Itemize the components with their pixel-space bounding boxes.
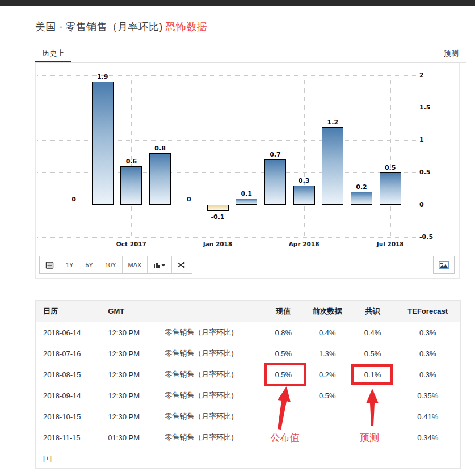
cell-date: 2018-10-15: [36, 406, 101, 427]
x-gridline: [390, 75, 391, 237]
cell-actual: 0.8%: [262, 322, 305, 343]
x-gridline: [304, 75, 305, 237]
cell-teforecast: 0.3%: [396, 322, 461, 343]
cell-actual: 0.5%: [262, 343, 305, 364]
cell-event: 零售销售（月率环比): [157, 427, 262, 448]
x-gridline: [131, 75, 132, 237]
shuffle-icon: [178, 261, 186, 269]
bar-value-label: 0: [175, 196, 203, 203]
bar: [92, 82, 114, 205]
header-col-event: [157, 301, 262, 322]
chart-panel: 21.510.50-0.5Oct 2017Jan 2018Apr 2018Jul…: [35, 63, 460, 279]
range-button-10y[interactable]: 10Y: [99, 256, 123, 273]
cell-gmt: 01:30 PM: [100, 427, 157, 448]
bar: [236, 199, 257, 205]
bar-value-label: 0.2: [347, 183, 376, 191]
range-button-5y[interactable]: 5Y: [79, 256, 99, 273]
bar-value-label: 0.1: [232, 190, 260, 197]
x-axis-tick-label: Jul 2018: [365, 241, 416, 247]
calendar-icon[interactable]: [40, 256, 60, 273]
bar-value-label: 0.6: [117, 158, 145, 165]
x-axis-tick-label: Oct 2017: [106, 241, 157, 247]
expand-link[interactable]: [+]: [43, 454, 52, 462]
bar-value-label: 0.3: [290, 177, 318, 184]
cell-event: 零售销售（月率环比): [157, 343, 262, 364]
cell-teforecast: 0.35%: [396, 385, 461, 406]
cell-consensus: [350, 406, 396, 427]
calendar-icon: [45, 261, 54, 269]
bar: [351, 192, 372, 205]
cell-event: 零售销售（月率环比): [157, 385, 262, 406]
header-col-teforecast: TEForecast: [396, 301, 461, 322]
y-axis-tick-label: 1.5: [419, 104, 431, 111]
cell-gmt: 12:30 PM: [100, 385, 157, 406]
cell-teforecast: 0.3%: [396, 343, 461, 364]
x-axis-tick-label: Apr 2018: [279, 241, 330, 247]
header-col-actual: 现值: [262, 301, 305, 322]
header-col-consensus: 共识: [350, 301, 396, 322]
cell-gmt: 12:30 PM: [100, 322, 157, 343]
bar-value-label: 0.7: [261, 151, 289, 158]
range-button-max[interactable]: MAX: [123, 256, 148, 273]
x-axis-tick-label: Jan 2018: [192, 241, 243, 247]
cell-consensus: [350, 385, 396, 406]
cell-gmt: 12:30 PM: [100, 406, 157, 427]
cell-previous: 0.2%: [305, 364, 350, 385]
page-title: 美国 - 零售销售（月率环比) 恐怖数据: [35, 20, 466, 33]
annotation-announced-label: 公布值: [254, 431, 316, 444]
bar: [120, 166, 142, 205]
main-content: 美国 - 零售销售（月率环比) 恐怖数据 历史上 预测 21.510.50-0.…: [35, 20, 466, 469]
y-axis-tick-label: -0.5: [419, 233, 433, 241]
tab-bar: 历史上 预测: [35, 45, 466, 63]
page-title-main: 美国 - 零售销售（月率环比): [35, 21, 163, 32]
bar-chart-dropdown-icon: [153, 261, 166, 269]
cell-previous: 1.3%: [305, 343, 350, 364]
bar: [322, 127, 343, 205]
image-export-icon: [439, 261, 449, 269]
export-image-button[interactable]: [433, 256, 455, 274]
bar: [149, 153, 171, 205]
table-header: 日历GMT现值前次数据共识TEForecast: [36, 301, 461, 322]
table-row: 2018-07-1612:30 PM零售销售（月率环比)0.5%1.3%0.5%…: [36, 343, 461, 364]
x-gridline: [218, 75, 218, 237]
cell-date: 2018-09-14: [36, 385, 101, 406]
cell-previous: [305, 406, 350, 427]
cell-teforecast: 0.34%: [396, 427, 461, 448]
annotation-forecast-label: 预测: [338, 431, 401, 444]
bar: [380, 172, 401, 205]
bar-value-label: 1.9: [89, 73, 117, 81]
cell-date: 2018-08-15: [36, 364, 101, 385]
cell-date: 2018-07-16: [36, 343, 101, 364]
cell-gmt: 12:30 PM: [100, 343, 157, 364]
bar: [264, 159, 286, 205]
y-axis-tick-label: 0.5: [419, 169, 431, 176]
tab-history[interactable]: 历史上: [35, 45, 71, 62]
cell-date: 2018-06-14: [36, 322, 101, 343]
cell-previous: 0.4%: [305, 322, 350, 343]
cell-teforecast: 0.41%: [396, 406, 461, 427]
header-col-previous: 前次数据: [305, 301, 350, 322]
tab-forecast[interactable]: 预测: [437, 45, 466, 62]
y-gridline: [37, 237, 416, 238]
bar: [207, 205, 229, 211]
chart-type-button[interactable]: [148, 256, 172, 273]
cell-teforecast: 0.3%: [396, 364, 461, 385]
bar-value-label: 0: [60, 196, 88, 203]
table-row: 2018-08-1512:30 PM零售销售（月率环比)0.5%0.2%0.1%…: [36, 364, 461, 385]
highlight-box-actual: [264, 363, 306, 386]
cell-event: 零售销售（月率环比): [157, 406, 262, 427]
y-axis-tick-label: 0: [419, 201, 424, 208]
compare-button[interactable]: [172, 256, 192, 273]
calendar-table-section: 日历GMT现值前次数据共识TEForecast 2018-06-1412:30 …: [35, 300, 461, 469]
y-axis-tick-label: 1: [419, 136, 424, 144]
table-row: 2018-09-1412:30 PM零售销售（月率环比)0.5%0.35%: [36, 385, 461, 406]
cell-consensus: 0.4%: [350, 322, 396, 343]
page-title-highlight: 恐怖数据: [166, 21, 207, 32]
table-footer-row: [+]: [36, 448, 461, 469]
cell-consensus: 0.5%: [350, 343, 396, 364]
header-col-gmt: GMT: [100, 301, 157, 322]
table-row: 2018-10-1512:30 PM零售销售（月率环比)0.41%: [36, 406, 461, 427]
range-button-1y[interactable]: 1Y: [60, 256, 79, 273]
bar-value-label: 0.8: [146, 145, 174, 152]
table-row: 2018-06-1412:30 PM零售销售（月率环比)0.8%0.4%0.4%…: [36, 322, 461, 343]
